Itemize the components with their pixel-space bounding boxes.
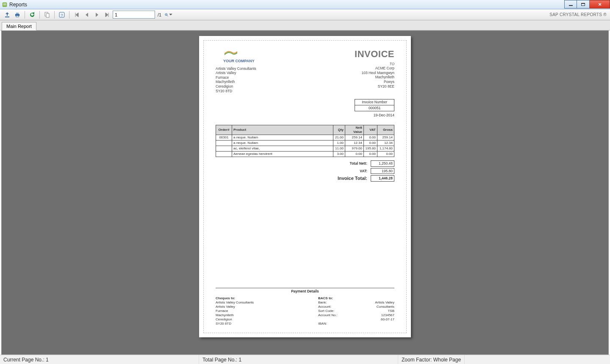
page-total-label: /1	[158, 12, 161, 17]
table-row: ac, eleifend vitae,11.00979.00195.801,17…	[216, 146, 394, 152]
minimize-button[interactable]	[564, 0, 577, 8]
next-page-button[interactable]	[92, 10, 102, 19]
print-button[interactable]	[13, 10, 22, 19]
report-page: YOUR COMPANY Artists Valley Consultants …	[199, 36, 411, 337]
svg-line-11	[167, 15, 168, 17]
toolbar-separator	[54, 11, 55, 19]
svg-rect-4	[16, 13, 19, 14]
to-label: TO	[355, 62, 394, 66]
toolbar-separator	[39, 11, 40, 19]
company-logo-icon	[223, 48, 292, 58]
svg-rect-7	[46, 14, 49, 17]
tab-main-report[interactable]: Main Report	[2, 22, 36, 30]
svg-rect-5	[16, 16, 19, 17]
from-address: Artists Valley Consultants Artists Valle…	[216, 66, 292, 94]
table-row: a neque. Nullam1.0012.340.0012.34	[216, 141, 394, 146]
svg-text:?: ?	[61, 13, 63, 17]
copy-button[interactable]	[42, 10, 52, 19]
payment-details: Payment Details Cheques to: Artists Vall…	[216, 288, 394, 326]
invoice-number-box: Invoice Number 000051	[355, 99, 394, 111]
refresh-button[interactable]	[28, 10, 37, 19]
last-page-button[interactable]	[103, 10, 112, 19]
invoice-date: 19-Dec-2014	[216, 113, 394, 118]
table-header-row: Order# Product Qty Nett Value VAT Gross	[216, 125, 394, 135]
status-total-page: Total Page No.: 1	[199, 355, 398, 364]
svg-rect-1	[3, 3, 6, 4]
title-bar: Reports ✕	[0, 0, 610, 9]
to-address: ACME Corp 103 Heol Maengwyn Machynlleth …	[355, 66, 394, 88]
dropdown-arrow-icon	[169, 11, 173, 18]
app-icon	[2, 2, 8, 8]
close-button[interactable]: ✕	[590, 0, 610, 8]
status-current-page: Current Page No.: 1	[0, 355, 199, 364]
tab-strip: Main Report	[0, 20, 610, 30]
prev-page-button[interactable]	[82, 10, 92, 19]
table-row: 00301a neque. Nullam21.00259.140.00259.1…	[216, 135, 394, 141]
svg-rect-2	[3, 5, 6, 5]
window-title: Reports	[9, 2, 27, 8]
report-viewer[interactable]: YOUR COMPANY Artists Valley Consultants …	[1, 30, 609, 355]
export-button[interactable]	[3, 10, 12, 19]
zoom-button[interactable]	[164, 10, 173, 19]
toggle-parameters-button[interactable]: ?	[57, 10, 67, 19]
brand-label: SAP CRYSTAL REPORTS ®	[549, 12, 607, 17]
page-number-input[interactable]	[113, 11, 155, 19]
invoice-title: INVOICE	[355, 48, 394, 60]
table-row: Aenean egestas hendrerit3.000.000.000.00	[216, 152, 394, 157]
toolbar: ? /1 SAP CRYSTAL REPORTS ®	[0, 9, 610, 20]
toolbar-separator	[69, 11, 69, 19]
company-name: YOUR COMPANY	[223, 59, 292, 63]
totals-block: Total Nett:1,250.48 VAT:195.80 Invoice T…	[216, 160, 394, 182]
maximize-button[interactable]	[577, 0, 590, 8]
first-page-button[interactable]	[72, 10, 81, 19]
toolbar-separator	[25, 11, 25, 19]
line-items-table: Order# Product Qty Nett Value VAT Gross …	[216, 125, 394, 157]
status-bar: Current Page No.: 1 Total Page No.: 1 Zo…	[0, 355, 610, 364]
status-zoom: Zoom Factor: Whole Page	[398, 355, 465, 364]
